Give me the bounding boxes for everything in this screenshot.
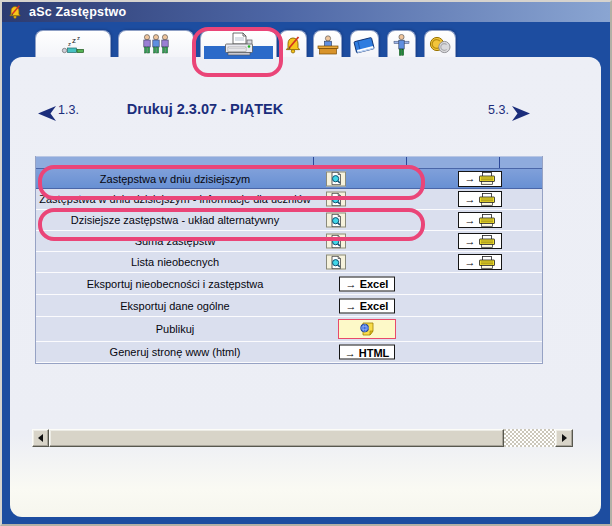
tab-person[interactable] xyxy=(387,30,416,59)
scroll-right-arrow-icon xyxy=(562,434,567,442)
print-options-table: Zastępstwa w dniu dzisiejszym→Zastępstwa… xyxy=(35,156,543,364)
scrollbar-left-button[interactable] xyxy=(32,429,49,447)
printer-icon xyxy=(223,32,255,58)
prev-page-arrow-icon[interactable] xyxy=(38,106,56,121)
table-row[interactable]: Zastępstwa w dniu dzisiejszym - informac… xyxy=(36,189,542,210)
header-cell xyxy=(36,157,314,168)
tab-bar: zzz xyxy=(2,30,610,59)
table-row[interactable]: Suma zastępstw→ xyxy=(36,231,542,252)
next-page-arrow-icon[interactable] xyxy=(512,106,530,121)
row-label: Eksportuj nieobecności i zastępstwa xyxy=(36,273,314,294)
preview-button[interactable] xyxy=(326,213,346,228)
printer-small-icon xyxy=(478,235,496,248)
svg-text:z: z xyxy=(72,36,76,45)
excel-export-button[interactable]: → Excel xyxy=(339,276,395,291)
header-cell xyxy=(407,157,500,168)
print-button[interactable]: → xyxy=(458,171,502,187)
table-row[interactable]: Lista nieobecnych→ xyxy=(36,252,542,273)
app-window: aSc Zastępstwo zzz 1.3. Drukuj 2.3.07 - … xyxy=(0,0,612,526)
svg-text:z: z xyxy=(77,35,80,41)
arrow-glyph: → xyxy=(465,257,476,268)
window-title: aSc Zastępstwo xyxy=(29,5,126,19)
row-label: Lista nieobecnych xyxy=(36,252,314,272)
print-button[interactable]: → xyxy=(458,233,502,249)
standing-person-icon xyxy=(393,34,410,56)
print-button[interactable]: → xyxy=(458,191,502,207)
bell-pencil-icon xyxy=(283,36,303,55)
row-label: Zastępstwa w dniu dzisiejszym - informac… xyxy=(36,189,314,209)
arrow-glyph: → xyxy=(465,173,476,184)
document-magnifier-icon xyxy=(329,213,343,227)
tab-coins[interactable] xyxy=(424,30,456,59)
print-button[interactable]: → xyxy=(458,254,502,270)
table-row[interactable]: Publikuj xyxy=(36,317,542,342)
sleeping-icon: zzz xyxy=(60,35,86,55)
header-cell xyxy=(314,157,407,168)
arrow-glyph: → xyxy=(465,194,476,205)
table-header xyxy=(36,156,542,168)
row-label: Zastępstwa w dniu dzisiejszym xyxy=(36,169,314,188)
table-body: Zastępstwa w dniu dzisiejszym→Zastępstwa… xyxy=(36,168,542,363)
tab-print[interactable] xyxy=(200,30,277,59)
table-row[interactable]: Zastępstwa w dniu dzisiejszym→ xyxy=(36,168,542,189)
prev-page-label: 1.3. xyxy=(58,103,79,117)
header-cell xyxy=(500,157,542,168)
app-bell-icon xyxy=(7,5,23,20)
table-row[interactable]: Eksportuj dane ogólne→ Excel xyxy=(36,295,542,317)
next-page-label: 5.3. xyxy=(488,103,509,117)
row-label: Publikuj xyxy=(36,317,314,341)
row-label: Eksportuj dane ogólne xyxy=(36,295,314,316)
print-button[interactable]: → xyxy=(458,212,502,228)
arrow-glyph: → xyxy=(465,215,476,226)
printer-small-icon xyxy=(478,193,496,206)
excel-export-button[interactable]: → Excel xyxy=(339,298,395,313)
printer-small-icon xyxy=(478,214,496,227)
tab-desk[interactable] xyxy=(313,30,342,59)
row-label: Suma zastępstw xyxy=(36,231,314,251)
tab-bell[interactable] xyxy=(279,30,307,59)
tab-book[interactable] xyxy=(350,30,379,59)
table-row[interactable]: Eksportuj nieobecności i zastępstwa→ Exc… xyxy=(36,273,542,295)
tab-sleep[interactable]: zzz xyxy=(35,30,111,59)
publish-page-icon xyxy=(359,322,375,336)
preview-button[interactable] xyxy=(326,171,346,186)
arrow-glyph: → xyxy=(465,236,476,247)
preview-button[interactable] xyxy=(326,234,346,249)
publish-button[interactable] xyxy=(338,319,396,339)
horizontal-scrollbar[interactable] xyxy=(32,429,573,447)
row-label: Dzisiejsze zastępstwa - układ alternatyw… xyxy=(36,210,314,230)
html-export-button[interactable]: → HTML xyxy=(339,345,395,360)
row-label: Generuj stronę www (html) xyxy=(36,342,314,362)
printer-small-icon xyxy=(478,256,496,269)
tab-people[interactable] xyxy=(118,30,194,59)
table-row[interactable]: Dzisiejsze zastępstwa - układ alternatyw… xyxy=(36,210,542,231)
book-icon xyxy=(352,35,377,56)
table-row[interactable]: Generuj stronę www (html)→ HTML xyxy=(36,342,542,363)
people-icon xyxy=(142,34,170,56)
printer-small-icon xyxy=(478,172,496,185)
desk-icon xyxy=(316,35,340,55)
svg-text:z: z xyxy=(68,41,71,47)
scrollbar-thumb[interactable] xyxy=(49,429,504,447)
titlebar[interactable]: aSc Zastępstwo xyxy=(2,2,610,22)
scrollbar-right-button[interactable] xyxy=(555,429,573,447)
preview-button[interactable] xyxy=(326,192,346,207)
document-magnifier-icon xyxy=(329,234,343,248)
document-magnifier-icon xyxy=(329,255,343,269)
document-magnifier-icon xyxy=(329,172,343,186)
preview-button[interactable] xyxy=(326,255,346,270)
scroll-left-arrow-icon xyxy=(38,434,43,442)
document-magnifier-icon xyxy=(329,192,343,206)
coins-icon xyxy=(429,36,452,55)
page-title: Drukuj 2.3.07 - PIĄTEK xyxy=(105,101,305,117)
content-panel: 1.3. Drukuj 2.3.07 - PIĄTEK 5.3. Zastęps… xyxy=(10,57,601,517)
